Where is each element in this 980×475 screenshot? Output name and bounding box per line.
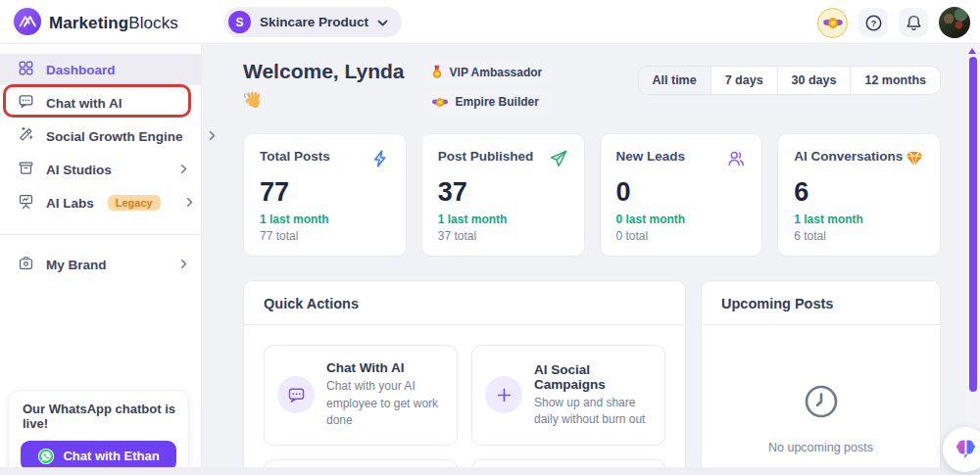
chevron-right-icon <box>178 258 189 272</box>
chevron-right-icon <box>178 163 189 177</box>
lightning-bolt-icon <box>370 149 390 172</box>
stat-value: 0 <box>616 178 747 206</box>
stat-title: New Leads <box>616 149 686 164</box>
sidebar-item-label: Social Growth Engine <box>46 129 183 144</box>
filter-30-days[interactable]: 30 days <box>777 67 851 94</box>
stat-card-ai-conversations: AI Conversations 6 1 last month 6 total <box>777 133 941 257</box>
stat-total: 37 total <box>438 229 568 243</box>
waving-hand-icon <box>243 89 405 114</box>
help-button[interactable]: ? <box>858 8 888 37</box>
stat-change: 1 last month <box>260 213 390 226</box>
product-selector[interactable]: S Skincare Product <box>223 7 402 37</box>
stat-card-total-posts: Total Posts 77 1 last month 77 total <box>243 133 407 257</box>
sidebar-item-my-brand[interactable]: My Brand <box>0 249 201 280</box>
dashboard-header: Welcome, Lynda <box>243 60 941 114</box>
scrollbar-up-arrow[interactable] <box>968 48 976 54</box>
sidebar-item-label: Chat with AI <box>46 96 122 111</box>
sidebar-item-label: AI Labs <box>46 196 94 211</box>
ai-assistant-floating-button[interactable] <box>943 427 980 472</box>
main-content: Welcome, Lynda <box>202 44 980 475</box>
user-badges: VIP Ambassador Empire Builder <box>422 61 555 113</box>
upcoming-posts-empty-state: No upcoming posts <box>702 325 940 454</box>
plus-icon <box>485 376 522 413</box>
filter-7-days[interactable]: 7 days <box>710 67 777 94</box>
sidebar-item-label: My Brand <box>46 258 107 272</box>
upcoming-posts-empty-text: No upcoming posts <box>702 441 940 454</box>
app-logo[interactable]: MarketingBlocks <box>14 8 178 39</box>
box-icon <box>18 160 34 179</box>
vip-ambassador-badge: VIP Ambassador <box>422 61 555 83</box>
quick-action-ai-social-campaigns[interactable]: AI Social Campaigns Show up and share da… <box>471 345 665 445</box>
quick-actions-panel: Quick Actions Chat With AI Chat with you… <box>243 280 686 475</box>
svg-text:?: ? <box>870 18 876 27</box>
clock-icon <box>802 407 841 424</box>
chat-bubble-icon <box>18 93 34 113</box>
stat-title: AI Conversations <box>794 149 903 164</box>
empire-builder-badge: Empire Builder <box>422 91 555 113</box>
sidebar-item-ai-studios[interactable]: AI Studios <box>0 154 201 185</box>
chevron-right-icon <box>207 129 218 144</box>
topbar-actions: ? <box>817 7 970 38</box>
gem-icon <box>905 149 924 172</box>
legacy-badge: Legacy <box>108 195 161 211</box>
sidebar-item-label: AI Studios <box>46 163 112 177</box>
stat-value: 37 <box>438 178 568 206</box>
stat-value: 6 <box>794 178 924 206</box>
user-avatar[interactable] <box>939 7 970 38</box>
welcome-title: Welcome, Lynda <box>243 60 405 83</box>
quick-action-title: AI Social Campaigns <box>534 362 652 392</box>
stat-value: 77 <box>260 178 390 206</box>
bottom-edge-strip <box>0 467 980 475</box>
whatsapp-promo-text: Our WhatsApp chatbot is live! <box>23 402 176 431</box>
bottom-row: Quick Actions Chat With AI Chat with you… <box>243 280 941 475</box>
chat-bubble-icon <box>277 376 315 413</box>
stat-change: 1 last month <box>438 213 568 226</box>
quick-action-chat-with-ai[interactable]: Chat With AI Chat with your AI employee … <box>264 345 458 445</box>
chat-with-ethan-label: Chat with Ethan <box>63 449 159 463</box>
scrollbar-thumb[interactable] <box>969 57 977 392</box>
quick-actions-grid: Chat With AI Chat with your AI employee … <box>244 325 685 475</box>
app-logo-text: MarketingBlocks <box>49 14 178 33</box>
paper-plane-icon <box>549 149 568 172</box>
product-name: Skincare Product <box>260 15 368 29</box>
stat-card-post-published: Post Published 37 1 last month 37 total <box>421 133 585 257</box>
upcoming-posts-title: Upcoming Posts <box>702 281 940 325</box>
stat-change: 0 last month <box>616 213 747 226</box>
stats-row: Total Posts 77 1 last month 77 total Pos… <box>243 133 941 257</box>
filter-all-time[interactable]: All time <box>639 67 710 94</box>
sidebar-item-dashboard[interactable]: Dashboard <box>0 54 201 85</box>
achievement-medal-button[interactable] <box>817 8 848 38</box>
notifications-button[interactable] <box>899 8 928 37</box>
badge-label: Empire Builder <box>456 95 539 109</box>
sidebar-item-chat-with-ai[interactable]: Chat with AI <box>0 87 201 119</box>
sidebar-item-label: Dashboard <box>46 63 116 77</box>
magic-wand-icon <box>18 126 34 146</box>
chevron-right-icon <box>184 196 195 211</box>
winged-medal-icon <box>431 97 449 108</box>
whatsapp-promo-card: Our WhatsApp chatbot is live! Chat with … <box>8 390 189 475</box>
stat-card-new-leads: New Leads 0 0 last month 0 total <box>600 133 763 257</box>
users-icon <box>726 149 746 172</box>
time-range-filter: All time 7 days 30 days 12 months <box>638 66 941 95</box>
sidebar-divider <box>0 234 201 235</box>
stat-total: 6 total <box>794 229 924 243</box>
filter-12-months[interactable]: 12 months <box>850 67 940 94</box>
quick-action-title: Chat With AI <box>326 360 444 375</box>
sidebar-item-ai-labs[interactable]: AI Labs Legacy <box>0 187 201 218</box>
quick-action-desc: Chat with your AI employee to get work d… <box>326 378 444 429</box>
stat-total: 0 total <box>616 229 747 243</box>
winged-medal-icon <box>822 17 844 29</box>
quick-action-desc: Show up and share daily without burn out <box>534 395 652 429</box>
upcoming-posts-panel: Upcoming Posts No upcoming posts <box>701 280 941 475</box>
marketingblocks-logo-icon <box>14 8 41 39</box>
sidebar: Dashboard Chat with AI Social Growth Eng… <box>0 44 202 475</box>
rosette-medal-icon <box>431 65 443 79</box>
sidebar-item-social-growth-engine[interactable]: Social Growth Engine <box>0 120 201 152</box>
brand-bag-icon <box>18 255 34 274</box>
bell-icon <box>905 14 923 32</box>
stat-title: Total Posts <box>260 149 330 164</box>
whatsapp-icon <box>37 448 55 465</box>
easel-icon <box>18 193 34 213</box>
stat-total: 77 total <box>260 229 390 243</box>
grid-icon <box>18 60 34 79</box>
